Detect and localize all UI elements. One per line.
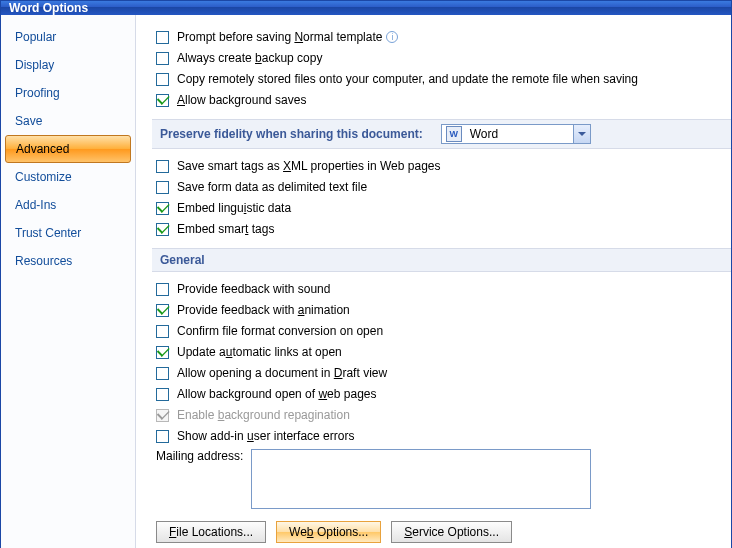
window-title: Word Options [9, 1, 88, 15]
checkbox-allow-draft[interactable] [156, 367, 169, 380]
checkbox-prompt-normal[interactable] [156, 31, 169, 44]
sidebar-item-save[interactable]: Save [1, 107, 135, 135]
checkbox-allow-bg-open[interactable] [156, 388, 169, 401]
label-show-addin-errors: Show add-in user interface errors [177, 429, 354, 443]
mailing-address-input[interactable] [251, 449, 591, 509]
checkbox-confirm-convert[interactable] [156, 325, 169, 338]
label-allow-bg-open: Allow background open of web pages [177, 387, 377, 401]
service-options-button[interactable]: Service Options... [391, 521, 512, 543]
label-prompt-normal: Prompt before saving Normal template [177, 30, 382, 44]
checkbox-feedback-sound[interactable] [156, 283, 169, 296]
checkbox-save-smart-xml[interactable] [156, 160, 169, 173]
sidebar-item-resources[interactable]: Resources [1, 247, 135, 275]
word-options-window: Word Options Popular Display Proofing Sa… [0, 0, 732, 548]
section-preserve-fidelity: Preserve fidelity when sharing this docu… [152, 119, 731, 149]
checkbox-feedback-animation[interactable] [156, 304, 169, 317]
label-enable-repag: Enable background repagination [177, 408, 350, 422]
document-combo-text: Word [466, 127, 573, 141]
sidebar-item-customize[interactable]: Customize [1, 163, 135, 191]
label-allow-draft: Allow opening a document in Draft view [177, 366, 387, 380]
checkbox-embed-smart-tags[interactable] [156, 223, 169, 236]
file-locations-button[interactable]: File Locations... [156, 521, 266, 543]
checkbox-copy-remote[interactable] [156, 73, 169, 86]
mailing-address-label: Mailing address: [156, 449, 243, 463]
document-combo[interactable]: W Word [441, 124, 591, 144]
checkbox-enable-repag [156, 409, 169, 422]
chevron-down-icon[interactable] [573, 125, 590, 143]
checkbox-update-links[interactable] [156, 346, 169, 359]
label-feedback-sound: Provide feedback with sound [177, 282, 330, 296]
sidebar-item-proofing[interactable]: Proofing [1, 79, 135, 107]
sidebar-item-display[interactable]: Display [1, 51, 135, 79]
label-copy-remote: Copy remotely stored files onto your com… [177, 72, 638, 86]
info-icon[interactable]: i [386, 31, 398, 43]
sidebar: Popular Display Proofing Save Advanced C… [1, 15, 136, 548]
label-save-smart-xml: Save smart tags as XML properties in Web… [177, 159, 440, 173]
label-save-form-data: Save form data as delimited text file [177, 180, 367, 194]
label-feedback-animation: Provide feedback with animation [177, 303, 350, 317]
sidebar-item-addins[interactable]: Add-Ins [1, 191, 135, 219]
sidebar-item-popular[interactable]: Popular [1, 23, 135, 51]
titlebar: Word Options [1, 1, 731, 15]
web-options-button[interactable]: Web Options... [276, 521, 381, 543]
main-panel: Prompt before saving Normal template i A… [136, 15, 731, 548]
label-embed-smart-tags: Embed smart tags [177, 222, 274, 236]
checkbox-always-backup[interactable] [156, 52, 169, 65]
sidebar-item-advanced[interactable]: Advanced [5, 135, 131, 163]
label-allow-bg-saves: Allow background saves [177, 93, 306, 107]
body: Popular Display Proofing Save Advanced C… [1, 15, 731, 548]
checkbox-show-addin-errors[interactable] [156, 430, 169, 443]
word-doc-icon: W [446, 126, 462, 142]
section-general: General [152, 248, 731, 272]
label-always-backup: Always create backup copy [177, 51, 322, 65]
checkbox-save-form-data[interactable] [156, 181, 169, 194]
label-confirm-convert: Confirm file format conversion on open [177, 324, 383, 338]
checkbox-embed-linguistic[interactable] [156, 202, 169, 215]
checkbox-allow-bg-saves[interactable] [156, 94, 169, 107]
sidebar-item-trustcenter[interactable]: Trust Center [1, 219, 135, 247]
label-update-links: Update automatic links at open [177, 345, 342, 359]
label-embed-linguistic: Embed linguistic data [177, 201, 291, 215]
preserve-header-label: Preserve fidelity when sharing this docu… [160, 127, 423, 141]
